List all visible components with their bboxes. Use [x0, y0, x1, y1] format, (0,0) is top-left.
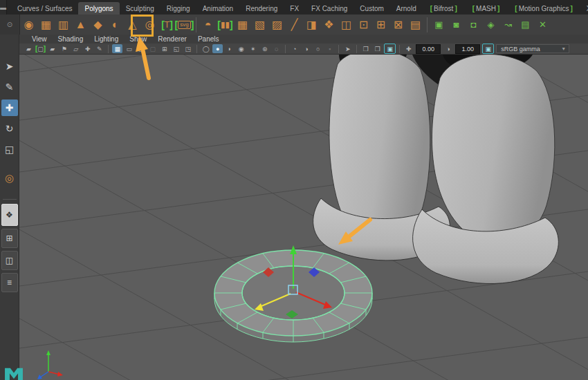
- mash-curve-icon[interactable]: ↝: [499, 16, 517, 33]
- menu-lighting[interactable]: Lighting: [89, 35, 124, 43]
- two-pane-layout-button[interactable]: ◫: [1, 251, 18, 270]
- poly-cube-icon[interactable]: ▦: [37, 16, 55, 33]
- xray-active-icon[interactable]: ○: [313, 44, 323, 53]
- tab-custom[interactable]: Custom: [353, 2, 389, 15]
- paint-select-tool-icon[interactable]: ✎: [1, 79, 18, 95]
- ambient-occlusion-icon[interactable]: ⊛: [259, 44, 270, 53]
- menu-show[interactable]: Show: [124, 35, 152, 43]
- menu-shading[interactable]: Shading: [53, 35, 89, 43]
- tab-animation[interactable]: Animation: [196, 2, 239, 15]
- single-pane-layout-button[interactable]: ❖: [1, 204, 18, 226]
- color-transform-dropdown[interactable]: sRGB gamma ▼: [496, 44, 569, 53]
- exposure-field[interactable]: 0.00: [416, 44, 441, 54]
- svg-tool-icon[interactable]: [svg]: [176, 16, 193, 33]
- extrude-icon[interactable]: ◨: [303, 16, 320, 33]
- viewport-canvas[interactable]: [19, 55, 588, 380]
- reduce-icon[interactable]: ▨: [268, 16, 286, 33]
- rotate-tool-icon[interactable]: ↻: [1, 120, 18, 137]
- textured-display-icon[interactable]: ◗: [224, 44, 235, 53]
- next-frame-buffer-icon[interactable]: ❐: [372, 44, 383, 53]
- resolution-gate-icon[interactable]: ◻: [136, 44, 146, 53]
- exposure-icon[interactable]: ✚: [403, 44, 414, 53]
- multi-cut-icon[interactable]: ╱: [286, 16, 303, 33]
- safe-action-icon[interactable]: ◱: [171, 44, 181, 53]
- quad-draw-icon[interactable]: ❖: [320, 16, 338, 33]
- mash-editor-icon[interactable]: ▤: [517, 16, 534, 33]
- mash-network-icon[interactable]: ▣: [430, 16, 448, 33]
- robot-legs-model[interactable]: [313, 55, 559, 284]
- boolean-icon[interactable]: ◓: [199, 16, 217, 33]
- tab-fx-caching[interactable]: FX Caching: [305, 2, 353, 15]
- use-all-lights-icon[interactable]: ◉: [236, 44, 246, 53]
- poly-pyramid-icon[interactable]: ◭: [124, 16, 141, 33]
- tab-arnold[interactable]: Arnold: [390, 2, 423, 15]
- tab-rigging[interactable]: Rigging: [160, 2, 196, 15]
- motion-blur-icon[interactable]: ◌: [271, 44, 282, 53]
- mash-breakout-icon[interactable]: ✕: [534, 16, 551, 33]
- shadows-icon[interactable]: ✶: [248, 44, 258, 53]
- poly-sphere-icon[interactable]: ◉: [20, 16, 37, 33]
- grease-pencil-icon[interactable]: ✎: [94, 44, 104, 53]
- lattice-icon[interactable]: ⊠: [389, 16, 407, 33]
- gamma-icon[interactable]: ▣: [482, 44, 494, 54]
- select-tool-icon[interactable]: ➤: [1, 58, 18, 75]
- plugin-shading-icon[interactable]: ▪: [324, 44, 335, 53]
- tab-curves-surfaces[interactable]: Curves / Surfaces: [11, 2, 78, 15]
- poly-plane-icon[interactable]: ◆: [89, 16, 107, 33]
- poly-cylinder-icon[interactable]: ▥: [55, 16, 72, 33]
- poly-torus-icon[interactable]: ◎: [141, 16, 158, 33]
- move-tool-icon[interactable]: ✚: [1, 99, 18, 116]
- xray-icon[interactable]: ◔: [289, 44, 300, 53]
- menu-renderer[interactable]: Renderer: [152, 35, 192, 43]
- bevel-icon[interactable]: ◫: [338, 16, 355, 33]
- insert-edge-loop-icon[interactable]: ⊞: [372, 16, 389, 33]
- tab-bifrost[interactable]: [Bifrost]: [423, 2, 465, 15]
- field-chart-icon[interactable]: ⊞: [159, 44, 169, 53]
- previous-frame-buffer-icon[interactable]: ❐: [360, 44, 371, 53]
- image-plane-icon[interactable]: ▱: [71, 44, 81, 53]
- shaded-display-icon[interactable]: ●: [212, 44, 223, 53]
- tab-motion-graphics[interactable]: [Motion Graphics]: [507, 2, 580, 15]
- sculpt-blend-icon[interactable]: ▤: [407, 16, 424, 33]
- menu-view[interactable]: View: [26, 35, 53, 43]
- default-material-icon[interactable]: ◯: [201, 44, 211, 53]
- tab-sculpting[interactable]: Sculpting: [120, 2, 160, 15]
- camera-attributes-icon[interactable]: [▢]: [35, 44, 46, 53]
- xray-joints-icon[interactable]: ◑: [301, 44, 311, 53]
- safe-title-icon[interactable]: ◳: [183, 44, 193, 53]
- select-camera-icon[interactable]: ▰: [24, 44, 34, 53]
- mash-world-icon[interactable]: ◙: [448, 16, 465, 33]
- pan-zoom-icon[interactable]: ✚: [82, 44, 93, 53]
- menu-panels[interactable]: Panels: [192, 35, 225, 43]
- scale-tool-icon[interactable]: ◱: [1, 141, 18, 158]
- smooth-icon[interactable]: ▧: [251, 16, 268, 33]
- mash-placer-icon[interactable]: ◘: [465, 16, 482, 33]
- type-tool-icon[interactable]: [T]: [158, 16, 176, 33]
- grid-toggle-icon[interactable]: ▦: [112, 44, 122, 53]
- bookmark-icon[interactable]: ⚑: [59, 44, 69, 53]
- film-gate-icon[interactable]: ▭: [124, 44, 134, 53]
- poly-cone-icon[interactable]: ▲: [72, 16, 89, 33]
- fill-hole-icon[interactable]: ▦: [234, 16, 251, 33]
- window-collapse-icon[interactable]: ▬: [0, 0, 7, 15]
- mash-cube-icon[interactable]: ◈: [482, 16, 499, 33]
- snapshot-icon[interactable]: ▣: [384, 44, 396, 54]
- gate-mask-icon[interactable]: ▢: [147, 44, 158, 53]
- perspective-viewport[interactable]: [19, 55, 588, 380]
- tab-xgen[interactable]: XGen: [580, 2, 588, 15]
- poly-disc-icon[interactable]: ◐: [107, 16, 124, 33]
- camera-lock-icon[interactable]: ▰: [47, 44, 57, 53]
- gamma-field[interactable]: 1.00: [455, 44, 480, 54]
- tab-mash[interactable]: [MASH]: [465, 2, 508, 15]
- contrast-icon[interactable]: ◑: [443, 44, 453, 53]
- last-tool-torus-icon[interactable]: ◎: [1, 170, 18, 187]
- outliner-layout-button[interactable]: ≡: [1, 273, 18, 292]
- isolate-select-icon[interactable]: ➤: [342, 44, 353, 53]
- combine-icon[interactable]: [▮▮]: [217, 16, 234, 33]
- target-weld-icon[interactable]: ⊡: [355, 16, 372, 33]
- tab-rendering[interactable]: Rendering: [239, 2, 284, 15]
- four-pane-layout-button[interactable]: ⊞: [1, 229, 18, 248]
- tab-polygons[interactable]: Polygons: [78, 2, 119, 15]
- shelf-options-gear-icon[interactable]: ⊙: [0, 15, 20, 35]
- tab-fx[interactable]: FX: [284, 2, 305, 15]
